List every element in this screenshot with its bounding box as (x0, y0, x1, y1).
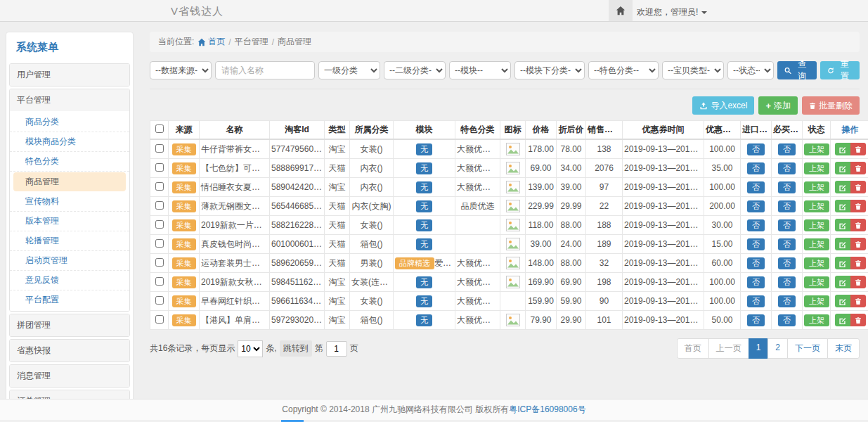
delete-button[interactable] (850, 276, 866, 288)
import-optional-toggle[interactable]: 否 (747, 314, 765, 326)
page-button[interactable]: 1 (749, 338, 769, 359)
status-button[interactable]: 上架 (804, 143, 829, 155)
must-buy-toggle[interactable]: 否 (778, 238, 796, 250)
row-checkbox[interactable] (155, 277, 164, 286)
add-button[interactable]: + 添加 (758, 96, 798, 115)
must-buy-toggle[interactable]: 否 (778, 200, 796, 212)
row-checkbox[interactable] (155, 220, 164, 229)
must-buy-toggle[interactable]: 否 (778, 162, 796, 174)
edit-button[interactable] (835, 143, 850, 155)
edit-button[interactable] (835, 257, 850, 269)
status-button[interactable]: 上架 (804, 295, 829, 307)
level1-category-select[interactable]: 一级分类 (318, 61, 380, 79)
status-button[interactable]: 上架 (804, 257, 829, 269)
must-buy-toggle[interactable]: 否 (778, 257, 796, 269)
sidebar-item-feedback[interactable]: 意见反馈 (10, 271, 129, 290)
row-checkbox[interactable] (155, 144, 164, 153)
row-checkbox[interactable] (155, 201, 164, 210)
must-buy-toggle[interactable]: 否 (778, 295, 796, 307)
page-button[interactable]: 首页 (677, 338, 709, 359)
delete-button[interactable] (850, 238, 866, 250)
per-page-select[interactable]: 10 (238, 340, 263, 357)
sidebar-item-carousel-mgmt[interactable]: 轮播管理 (10, 231, 129, 251)
feature-category-select[interactable]: --特色分类-- (588, 61, 659, 79)
delete-button[interactable] (850, 162, 866, 174)
must-buy-toggle[interactable]: 否 (778, 314, 796, 326)
data-source-select[interactable]: --数据来源-- (150, 61, 212, 79)
delete-button[interactable] (850, 200, 866, 212)
delete-button[interactable] (850, 181, 866, 193)
import-excel-button[interactable]: 导入excel (692, 96, 754, 115)
edit-button[interactable] (835, 181, 850, 193)
sidebar-item-feature-category[interactable]: 特色分类 (10, 152, 129, 172)
icp-link[interactable]: 粤ICP备16098006号 (509, 404, 585, 416)
import-optional-toggle[interactable]: 否 (747, 162, 765, 174)
sidebar-item-goods-category[interactable]: 商品分类 (10, 113, 129, 132)
status-button[interactable]: 上架 (804, 276, 829, 288)
delete-button[interactable] (850, 143, 866, 155)
home-button[interactable] (609, 0, 633, 21)
sidebar-item-splash-page-mgmt[interactable]: 启动页管理 (10, 251, 129, 271)
edit-button[interactable] (835, 200, 850, 212)
sidebar-group-user-mgmt[interactable]: 用户管理 (10, 64, 129, 86)
select-all-checkbox[interactable] (155, 124, 164, 133)
page-button[interactable]: 2 (767, 338, 788, 359)
user-menu[interactable]: 欢迎您，管理员! (637, 6, 707, 18)
name-input[interactable] (215, 61, 315, 79)
delete-button[interactable] (850, 295, 866, 307)
row-checkbox[interactable] (155, 296, 164, 305)
import-optional-toggle[interactable]: 否 (747, 181, 765, 193)
status-select[interactable]: --状态-- (727, 61, 774, 79)
import-optional-toggle[interactable]: 否 (747, 238, 765, 250)
page-button[interactable]: 末页 (827, 338, 860, 359)
sidebar-group-platform-mgmt[interactable]: 平台管理 (10, 89, 129, 111)
level2-category-select[interactable]: --二级分类-- (384, 61, 446, 79)
import-optional-toggle[interactable]: 否 (747, 219, 765, 231)
sidebar-group-group-buy-mgmt[interactable]: 拼团管理 (10, 314, 129, 336)
import-optional-toggle[interactable]: 否 (747, 143, 765, 155)
import-optional-toggle[interactable]: 否 (747, 295, 765, 307)
sidebar-item-goods-mgmt[interactable]: 商品管理 (13, 172, 126, 191)
delete-button[interactable] (850, 314, 866, 326)
edit-button[interactable] (835, 162, 850, 174)
status-button[interactable]: 上架 (804, 238, 829, 250)
item-type-select[interactable]: --宝贝类型-- (662, 61, 724, 79)
status-button[interactable]: 上架 (804, 219, 829, 231)
delete-button[interactable] (850, 219, 866, 231)
page-button[interactable]: 上一页 (708, 338, 749, 359)
row-checkbox[interactable] (155, 258, 164, 267)
status-button[interactable]: 上架 (804, 200, 829, 212)
delete-button[interactable] (850, 257, 866, 269)
sidebar-item-promo-material[interactable]: 宣传物料 (10, 192, 129, 212)
page-button[interactable]: 下一页 (787, 338, 828, 359)
page-number-input[interactable] (326, 341, 347, 357)
row-checkbox[interactable] (155, 315, 164, 324)
must-buy-toggle[interactable]: 否 (778, 143, 796, 155)
reset-button[interactable]: 重置 (820, 61, 860, 79)
edit-button[interactable] (835, 314, 850, 326)
breadcrumb-home-link[interactable]: 首页 (197, 36, 225, 48)
must-buy-toggle[interactable]: 否 (778, 181, 796, 193)
status-button[interactable]: 上架 (804, 162, 829, 174)
status-button[interactable]: 上架 (804, 314, 829, 326)
must-buy-toggle[interactable]: 否 (778, 219, 796, 231)
import-optional-toggle[interactable]: 否 (747, 276, 765, 288)
module-select[interactable]: --模块-- (449, 61, 511, 79)
edit-button[interactable] (835, 276, 850, 288)
sidebar-item-module-goods-category[interactable]: 模块商品分类 (10, 132, 129, 152)
import-optional-toggle[interactable]: 否 (747, 257, 765, 269)
row-checkbox[interactable] (155, 239, 164, 248)
sidebar-item-version-mgmt[interactable]: 版本管理 (10, 212, 129, 231)
row-checkbox[interactable] (155, 182, 164, 191)
search-button[interactable]: 查询 (777, 61, 817, 79)
sidebar-group-message-mgmt[interactable]: 消息管理 (10, 365, 129, 387)
must-buy-toggle[interactable]: 否 (778, 276, 796, 288)
module-sub-category-select[interactable]: --模块下分类-- (514, 61, 585, 79)
edit-button[interactable] (835, 295, 850, 307)
edit-button[interactable] (835, 238, 850, 250)
sidebar-group-saving-express[interactable]: 省惠快报 (10, 340, 129, 362)
status-button[interactable]: 上架 (804, 181, 829, 193)
sidebar-item-platform-config[interactable]: 平台配置 (10, 290, 129, 309)
edit-button[interactable] (835, 219, 850, 231)
batch-delete-button[interactable]: 批量删除 (802, 96, 860, 115)
